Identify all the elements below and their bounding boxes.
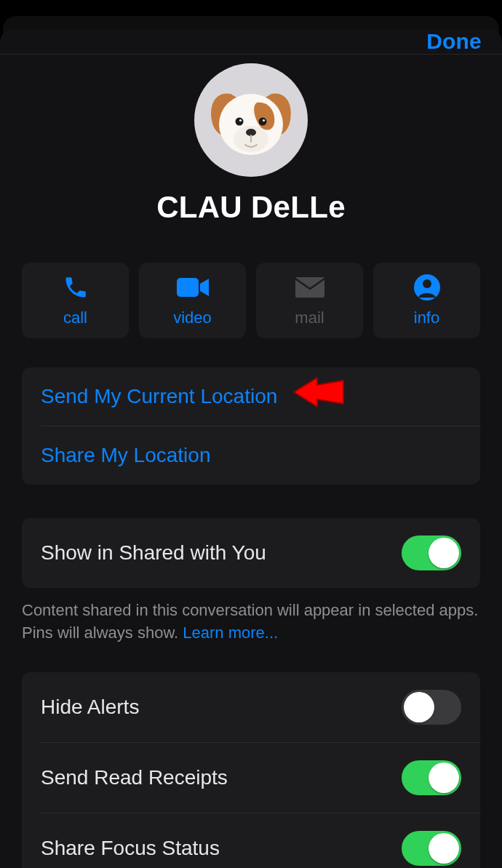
memoji-dog-icon	[194, 63, 308, 177]
learn-more-link[interactable]: Learn more...	[183, 624, 278, 642]
avatar[interactable]	[194, 63, 308, 177]
svg-point-10	[423, 279, 431, 288]
shared-with-you-row[interactable]: Show in Shared with You	[22, 518, 480, 588]
info-label: info	[414, 308, 439, 327]
mail-icon	[295, 274, 324, 301]
focus-status-label: Share Focus Status	[41, 837, 220, 860]
svg-point-4	[263, 119, 265, 122]
focus-status-toggle[interactable]	[402, 831, 461, 866]
call-label: call	[63, 308, 87, 327]
location-group: Send My Current Location Share My Locati…	[22, 367, 480, 485]
shared-with-you-label: Show in Shared with You	[41, 541, 266, 565]
focus-status-row[interactable]: Share Focus Status	[22, 813, 480, 868]
shared-footer: Content shared in this conversation will…	[0, 588, 502, 645]
hide-alerts-row[interactable]: Hide Alerts	[22, 672, 480, 742]
shared-with-you-toggle[interactable]	[402, 535, 461, 570]
video-label: video	[173, 308, 212, 327]
send-location-row[interactable]: Send My Current Location	[22, 367, 480, 426]
hide-alerts-label: Hide Alerts	[41, 696, 139, 719]
read-receipts-toggle[interactable]	[402, 760, 461, 795]
annotation-arrow-icon	[291, 372, 346, 413]
svg-point-3	[239, 119, 242, 122]
read-receipts-label: Send Read Receipts	[41, 766, 228, 789]
video-button[interactable]: video	[139, 263, 246, 338]
shared-with-you-group: Show in Shared with You	[22, 518, 480, 588]
done-button[interactable]: Done	[426, 29, 482, 54]
contact-name: CLAU DeLLe	[156, 190, 346, 225]
svg-rect-8	[295, 277, 324, 298]
person-icon	[414, 274, 440, 301]
action-row: call video mail info	[22, 263, 480, 338]
share-location-row[interactable]: Share My Location	[22, 426, 480, 485]
alerts-group: Hide Alerts Send Read Receipts Share Foc…	[22, 672, 480, 868]
share-location-label: Share My Location	[41, 444, 210, 467]
hide-alerts-toggle[interactable]	[402, 690, 461, 725]
info-button[interactable]: info	[373, 263, 480, 338]
avatar-section: CLAU DeLLe	[22, 63, 480, 225]
read-receipts-row[interactable]: Send Read Receipts	[22, 743, 480, 813]
svg-point-1	[236, 118, 244, 126]
contact-sheet: Done	[0, 29, 502, 868]
phone-icon	[63, 274, 89, 301]
svg-point-2	[259, 118, 267, 126]
svg-rect-7	[177, 278, 199, 297]
video-icon	[177, 274, 209, 301]
mail-label: mail	[295, 308, 324, 327]
mail-button: mail	[256, 263, 363, 338]
nav-bar: Done	[0, 29, 502, 55]
send-location-label: Send My Current Location	[41, 385, 277, 408]
call-button[interactable]: call	[22, 263, 129, 338]
